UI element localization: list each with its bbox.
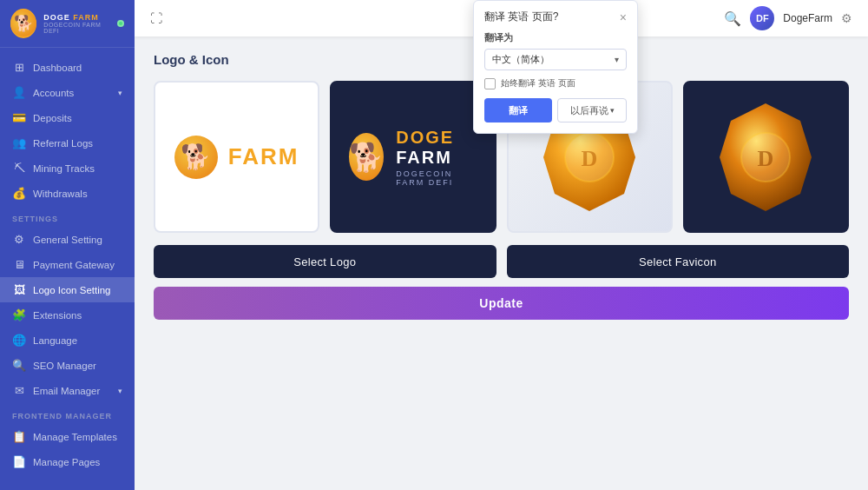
seo-icon: 🔍: [12, 359, 26, 372]
logo-doge-text: DOGE: [396, 128, 454, 147]
deposits-icon: 💳: [12, 111, 26, 124]
general-setting-icon: ⚙: [12, 233, 26, 246]
select-favicon-button[interactable]: Select Favicon: [507, 245, 850, 278]
sidebar-item-manage-templates[interactable]: 📋 Manage Templates: [0, 424, 135, 449]
main-content-area: ⛶ 🔍 DF DogeFarm ⚙ Logo & Icon 🐕 FARM: [135, 0, 868, 490]
chevron-down-icon: ▾: [118, 89, 122, 97]
sidebar-item-accounts[interactable]: 👤 Accounts ▾: [0, 80, 135, 105]
online-indicator: [117, 20, 124, 27]
logo-dog-icon: 🐕: [10, 10, 36, 36]
sidebar-item-label: Withdrawals: [33, 189, 88, 199]
chevron-down-icon: ▾: [118, 387, 122, 395]
sidebar-item-withdrawals[interactable]: 💰 Withdrawals: [0, 181, 135, 206]
popup-close-button[interactable]: ×: [620, 10, 627, 24]
logo-card-2-subtitle: DOGECOIN FARM DEFI: [396, 169, 477, 187]
popup-language-option: 中文（简体）: [492, 53, 615, 66]
logo-card-2: 🐕 DOGE FARM DOGECOIN FARM DEFI: [330, 81, 496, 233]
sidebar-item-dashboard[interactable]: ⊞ Dashboard: [0, 55, 135, 80]
sidebar-item-deposits[interactable]: 💳 Deposits: [0, 105, 135, 130]
popup-translate-to-label: 翻译为: [484, 31, 627, 44]
popup-checkbox-label: 始终翻译 英语 页面: [501, 77, 575, 89]
sidebar-item-logo-icon-setting[interactable]: 🖼 Logo Icon Setting: [0, 277, 135, 302]
sidebar-logo-area: 🐕 DOGE FARM DOGECOIN FARM DEFI: [0, 0, 135, 48]
referral-icon: 👥: [12, 136, 26, 149]
popup-language-select[interactable]: 中文（简体） ▾: [484, 49, 627, 70]
sidebar-item-language[interactable]: 🌐 Language: [0, 328, 135, 353]
sidebar-item-label: Language: [33, 335, 77, 346]
svg-text:D: D: [582, 146, 598, 171]
sidebar-item-label: SEO Manager: [33, 361, 96, 371]
later-button[interactable]: 以后再说 ▾: [557, 98, 627, 122]
sidebar-item-email-manager[interactable]: ✉ Email Manager ▾: [0, 378, 135, 403]
settings-section-title: SETTINGS: [0, 206, 135, 227]
sidebar-item-label: Manage Templates: [33, 432, 117, 442]
sidebar-item-general-setting[interactable]: ⚙ General Setting: [0, 227, 135, 252]
logo-card-1: 🐕 FARM: [154, 81, 319, 233]
coin-svg-2: D: [718, 96, 813, 218]
logo-card-2-text: DOGE FARM DOGECOIN FARM DEFI: [396, 128, 477, 187]
logo-card-1-content: 🐕 FARM: [157, 118, 317, 196]
translate-button[interactable]: 翻译: [484, 98, 552, 122]
sidebar-item-label: Logo Icon Setting: [33, 285, 111, 295]
manage-pages-icon: 📄: [12, 455, 26, 468]
mining-icon: ⛏: [12, 162, 26, 175]
logo-card-4: D: [683, 81, 849, 233]
sidebar-item-label: Extensions: [33, 310, 82, 321]
sidebar-item-label: Deposits: [33, 113, 72, 123]
sidebar-item-label: Mining Tracks: [33, 163, 95, 174]
logo-card-1-dog: 🐕: [174, 136, 218, 179]
manage-templates-icon: 📋: [12, 430, 26, 443]
logo-card-2-title: DOGE FARM: [396, 128, 477, 168]
sidebar-item-mining-tracks[interactable]: ⛏ Mining Tracks: [0, 156, 135, 181]
later-button-label: 以后再说: [570, 104, 608, 117]
select-logo-button[interactable]: Select Logo: [154, 245, 496, 278]
svg-text:D: D: [758, 146, 774, 171]
popup-title: 翻译 英语 页面?: [484, 10, 558, 24]
sidebar-item-label: Referral Logs: [33, 138, 93, 149]
language-icon: 🌐: [12, 334, 26, 347]
logo-circle: 🐕: [10, 9, 36, 38]
sidebar: 🐕 DOGE FARM DOGECOIN FARM DEFI ⊞ Dashboa…: [0, 0, 135, 490]
avatar: DF: [750, 6, 774, 30]
logo-farm-text: FARM: [396, 148, 452, 167]
withdrawals-icon: 💰: [12, 187, 26, 200]
update-button[interactable]: Update: [154, 287, 849, 320]
logo-title: DOGE FARM: [43, 13, 110, 22]
logo-card-2-content: 🐕 DOGE FARM DOGECOIN FARM DEFI: [332, 110, 494, 204]
sidebar-item-label: Accounts: [33, 88, 74, 98]
email-icon: ✉: [12, 384, 26, 397]
search-icon[interactable]: 🔍: [724, 10, 741, 27]
sidebar-item-referral-logs[interactable]: 👥 Referral Logs: [0, 130, 135, 156]
payment-gateway-icon: 🖥: [12, 258, 26, 271]
sidebar-item-label: Payment Gateway: [33, 260, 115, 270]
logo-icon-setting-icon: 🖼: [12, 283, 26, 296]
extensions-icon: 🧩: [12, 308, 26, 321]
later-chevron-icon: ▾: [610, 106, 615, 115]
logo-card-1-text: FARM: [228, 143, 299, 170]
topbar-username: DogeFarm: [783, 12, 832, 24]
logo-text: DOGE FARM DOGECOIN FARM DEFI: [43, 13, 110, 34]
accounts-icon: 👤: [12, 86, 26, 99]
frontend-section-title: FRONTEND MANAGER: [0, 403, 135, 424]
sidebar-item-label: Manage Pages: [33, 457, 100, 467]
popup-checkbox-row: 始终翻译 英语 页面: [484, 77, 627, 89]
sidebar-item-label: Dashboard: [33, 63, 82, 73]
popup-checkbox[interactable]: [484, 78, 496, 89]
select-buttons-row: Select Logo Select Favicon: [154, 245, 849, 278]
sidebar-item-label: Email Manager: [33, 386, 100, 396]
dashboard-icon: ⊞: [12, 61, 26, 74]
logo-doge: DOGE: [43, 13, 73, 22]
sidebar-item-label: General Setting: [33, 235, 102, 245]
sidebar-nav: ⊞ Dashboard 👤 Accounts ▾ 💳 Deposits 👥 Re…: [0, 48, 135, 490]
sidebar-item-extensions[interactable]: 🧩 Extensions: [0, 302, 135, 328]
translate-popup: 翻译 英语 页面? × 翻译为 中文（简体） ▾ 始终翻译 英语 页面 翻译 以…: [473, 0, 638, 134]
popup-actions: 翻译 以后再说 ▾: [484, 98, 627, 122]
topbar-settings-icon[interactable]: ⚙: [841, 11, 852, 25]
logo-farm: FARM: [73, 13, 99, 22]
sidebar-item-manage-pages[interactable]: 📄 Manage Pages: [0, 449, 135, 474]
sidebar-item-seo-manager[interactable]: 🔍 SEO Manager: [0, 353, 135, 378]
popup-select-chevron-icon: ▾: [615, 55, 619, 64]
sidebar-item-payment-gateway[interactable]: 🖥 Payment Gateway: [0, 252, 135, 277]
logo-card-2-dog: 🐕: [349, 133, 384, 181]
expand-icon[interactable]: ⛶: [150, 11, 162, 25]
